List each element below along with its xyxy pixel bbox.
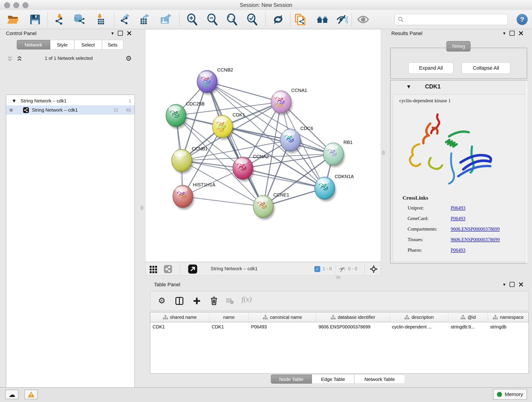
crosslink-value-uniprot[interactable]: P06493	[451, 205, 465, 211]
gene-header-row[interactable]: ▼ CDK1	[391, 80, 527, 93]
table-cell[interactable]: P06493	[249, 322, 316, 332]
close-panel-icon[interactable]	[127, 31, 132, 36]
left-splitter-handle[interactable]	[140, 206, 143, 210]
network-canvas[interactable]: CCNB2CCNA1CDC25BCDK1CDC6RB1CCNB1CCNA2CDK…	[145, 29, 381, 262]
network-view-toolbar: String Network – cdk1 ✓ 1 - 0 0 - 0	[145, 262, 381, 276]
column-header-shared-name[interactable]: shared name	[150, 313, 209, 322]
help-button[interactable]: ?	[517, 14, 528, 25]
table-cell[interactable]: 9606.ENSP00000378699	[316, 322, 390, 332]
tab-sets[interactable]: Sets	[102, 40, 123, 50]
column-tree-icon	[163, 314, 168, 320]
collapse-all-icon[interactable]	[7, 56, 13, 62]
home-button[interactable]	[316, 13, 329, 26]
memory-button[interactable]: Memory	[493, 389, 527, 400]
table-cell[interactable]: cyclin-dependent ...	[390, 322, 449, 332]
warning-button[interactable]	[25, 390, 38, 399]
table-row[interactable]: CDK1CDK1P064939606.ENSP00000378699cyclin…	[150, 322, 529, 332]
crosslink-value-tissues[interactable]: 9606.ENSP00000378699	[451, 237, 500, 242]
results-float-icon[interactable]	[510, 31, 515, 36]
zoom-selected-button[interactable]	[245, 13, 259, 26]
expand-all-button[interactable]: Expand All	[409, 62, 453, 74]
tab-network-table[interactable]: Network Table	[354, 375, 405, 384]
selected-checkbox-icon[interactable]: ✓	[314, 266, 320, 272]
search-box[interactable]	[394, 14, 508, 25]
node-label-CDC25B: CDC25B	[186, 101, 205, 106]
column-tree-icon	[330, 314, 336, 320]
crosslink-value-genecard[interactable]: P06493	[451, 216, 465, 221]
expand-all-icon[interactable]	[17, 56, 22, 62]
gene-collapse-triangle-icon[interactable]: ▼	[407, 84, 410, 89]
tab-node-table[interactable]: Node Table	[271, 375, 312, 384]
node-label-RB1: RB1	[343, 140, 353, 145]
import-database-button[interactable]	[73, 13, 86, 26]
search-input[interactable]	[406, 17, 507, 22]
column-header-database-identifier[interactable]: database identifier	[316, 313, 390, 322]
export-network-button[interactable]	[119, 13, 132, 26]
detach-view-icon[interactable]	[188, 264, 197, 274]
right-splitter-handle[interactable]	[382, 151, 385, 155]
network-node-CCNB2[interactable]: CCNB2	[197, 67, 233, 95]
network-edge-CCNB2-CCNE1[interactable]	[207, 82, 263, 206]
network-row[interactable]: String Network – cdk1 11 48	[6, 105, 134, 115]
import-network-button[interactable]	[53, 13, 66, 26]
table-gear-icon[interactable]: ⚙	[158, 296, 165, 305]
show-all-button[interactable]	[356, 13, 370, 26]
network-collection-row[interactable]: ▼ String Network – cdk1 1	[6, 96, 134, 105]
tab-network[interactable]: Network	[17, 40, 50, 50]
delete-column-icon[interactable]	[209, 296, 219, 306]
save-session-button[interactable]	[28, 13, 42, 26]
network-label: String Network – cdk1	[32, 107, 78, 113]
export-image-button[interactable]	[159, 13, 172, 26]
column-header-name[interactable]: name	[209, 313, 249, 322]
grid-view-icon[interactable]	[149, 265, 158, 274]
network-node-RB1[interactable]: RB1	[323, 140, 353, 167]
table-cell[interactable]: CDK1	[209, 322, 249, 332]
table-cell[interactable]: CDK1	[150, 322, 209, 332]
table-cell[interactable]: stringdb:9...	[448, 322, 488, 332]
tab-select[interactable]: Select	[74, 40, 102, 50]
crosslink-value-pharos[interactable]: P06493	[451, 247, 465, 253]
column-header-canonical-name[interactable]: canonical name	[249, 313, 316, 322]
column-header-namespace[interactable]: namespace	[488, 313, 529, 322]
crosslink-value-compartments[interactable]: 9606.ENSP00000378699	[451, 226, 500, 232]
results-menu-icon[interactable]: ▾	[503, 31, 505, 36]
network-view-share-icon[interactable]	[164, 265, 172, 274]
show-columns-icon[interactable]	[175, 297, 184, 305]
export-network-icon	[120, 13, 132, 26]
tab-style[interactable]: Style	[50, 40, 74, 50]
status-bar: ☁ Memory	[0, 387, 532, 402]
network-node-HIST1H1A[interactable]: HIST1H1A	[173, 182, 215, 210]
open-session-button[interactable]	[6, 13, 19, 26]
zoom-in-button[interactable]	[185, 13, 199, 26]
birdseye-crosshair-icon[interactable]	[370, 265, 378, 273]
table-header-row: shared namenamecanonical namedatabase id…	[150, 313, 529, 322]
collapse-triangle-icon[interactable]: ▼	[13, 99, 16, 103]
results-scrollbar[interactable]	[525, 81, 527, 263]
duplicate-network-button[interactable]	[294, 13, 307, 26]
column-header--id[interactable]: @id	[448, 313, 488, 322]
collapse-all-button[interactable]: Collapse All	[462, 62, 510, 74]
cloud-button[interactable]: ☁	[5, 390, 19, 399]
export-table-button[interactable]	[138, 13, 151, 26]
bottom-splitter-handle[interactable]	[336, 276, 341, 279]
table-float-icon[interactable]	[510, 282, 515, 287]
panel-menu-icon[interactable]: ▾	[111, 31, 114, 36]
add-column-icon[interactable]	[192, 297, 201, 305]
table-menu-icon[interactable]: ▾	[503, 282, 505, 287]
network-node-CDKN1A[interactable]: CDKN1A	[315, 174, 354, 201]
tab-edge-table[interactable]: Edge Table	[312, 375, 354, 384]
float-panel-icon[interactable]	[118, 31, 123, 36]
table-cell[interactable]: stringdb	[488, 322, 529, 332]
crosslink-label-compartments: Compartments:	[408, 226, 437, 232]
zoom-fit-button[interactable]	[225, 13, 239, 26]
refresh-button[interactable]	[272, 13, 285, 26]
results-close-icon[interactable]	[519, 31, 523, 36]
gear-icon[interactable]: ⚙	[126, 54, 132, 62]
import-table-button[interactable]	[93, 13, 107, 26]
column-header-description[interactable]: description	[390, 313, 449, 322]
network-node-CCNA1[interactable]: CCNA1	[271, 88, 307, 115]
hide-selected-button[interactable]	[335, 13, 348, 26]
zoom-out-button[interactable]	[206, 13, 219, 26]
network-edge-HIST1H1A-CCNE1[interactable]	[183, 196, 263, 206]
table-close-icon[interactable]	[519, 282, 523, 287]
